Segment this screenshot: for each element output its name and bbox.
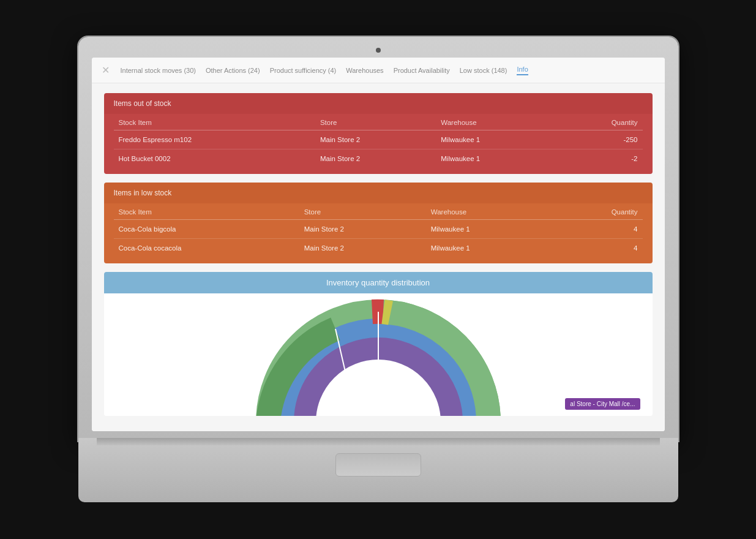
oos-quantity-1: -2 <box>555 149 643 168</box>
laptop-trackpad-area <box>78 445 678 479</box>
low-stock-table-container: Stock Item Store Warehouse Quantity Coca… <box>104 203 653 263</box>
ls-item-1: Coca-Cola cocacola <box>114 239 299 258</box>
col-store-2: Store <box>299 203 426 220</box>
nav-item-warehouses[interactable]: Warehouses <box>346 67 383 74</box>
laptop-wrapper: ✕ Internal stock moves (30)Other Actions… <box>78 37 678 502</box>
col-stock-item-1: Stock Item <box>114 114 315 130</box>
main-content[interactable]: Items out of stock Stock Item Store Ware… <box>92 83 665 431</box>
close-button[interactable]: ✕ <box>99 64 112 77</box>
oos-item-0: Freddo Espresso m102 <box>114 130 315 149</box>
ls-warehouse-1: Milwaukee 1 <box>426 239 551 258</box>
ls-item-0: Coca-Cola bigcola <box>114 220 299 239</box>
ls-warehouse-0: Milwaukee 1 <box>426 220 551 239</box>
laptop-camera <box>376 48 381 53</box>
nav-item-product-availability[interactable]: Product Availability <box>394 67 450 74</box>
laptop-base <box>78 438 678 502</box>
out-of-stock-section: Items out of stock Stock Item Store Ware… <box>104 93 653 174</box>
col-quantity-1: Quantity <box>555 114 643 130</box>
oos-warehouse-1: Milwaukee 1 <box>436 149 555 168</box>
chart-header: Inventory quantity distribution <box>104 272 653 293</box>
out-of-stock-row-0: Freddo Espresso m102 Main Store 2 Milwau… <box>114 130 643 149</box>
nav-items: Internal stock moves (30)Other Actions (… <box>121 66 528 75</box>
col-warehouse-1: Warehouse <box>436 114 555 130</box>
nav-item-other-actions-(24)[interactable]: Other Actions (24) <box>206 67 260 74</box>
low-stock-header-row: Stock Item Store Warehouse Quantity <box>114 203 643 220</box>
oos-store-0: Main Store 2 <box>315 130 436 149</box>
col-quantity-2: Quantity <box>551 203 643 220</box>
nav-item-info[interactable]: Info <box>517 66 528 75</box>
ls-store-0: Main Store 2 <box>299 220 426 239</box>
nav-item-low-stock-(148)[interactable]: Low stock (148) <box>460 67 507 74</box>
top-nav: ✕ Internal stock moves (30)Other Actions… <box>92 58 665 83</box>
low-stock-header: Items in low stock <box>104 183 653 203</box>
out-of-stock-row-1: Hot Bucket 0002 Main Store 2 Milwaukee 1… <box>114 149 643 168</box>
laptop-trackpad <box>335 453 421 477</box>
oos-quantity-0: -250 <box>555 130 643 149</box>
chart-body: al Store - City Mall /ce... <box>104 293 653 416</box>
out-of-stock-table-container: Stock Item Store Warehouse Quantity Fred… <box>104 114 653 174</box>
chart-tooltip: al Store - City Mall /ce... <box>565 398 640 410</box>
out-of-stock-header-row: Stock Item Store Warehouse Quantity <box>114 114 643 130</box>
col-stock-item-2: Stock Item <box>114 203 299 220</box>
ls-quantity-1: 4 <box>551 239 643 258</box>
out-of-stock-header: Items out of stock <box>104 93 653 114</box>
ls-store-1: Main Store 2 <box>299 239 426 258</box>
low-stock-table: Stock Item Store Warehouse Quantity Coca… <box>114 203 643 257</box>
screen-content: ✕ Internal stock moves (30)Other Actions… <box>92 58 665 431</box>
col-store-1: Store <box>315 114 436 130</box>
laptop-hinge <box>97 438 660 445</box>
nav-item-internal-stock-moves-(30)[interactable]: Internal stock moves (30) <box>121 67 196 74</box>
laptop-screen-bezel: ✕ Internal stock moves (30)Other Actions… <box>78 37 678 441</box>
oos-store-1: Main Store 2 <box>315 149 436 168</box>
ls-quantity-0: 4 <box>551 220 643 239</box>
chart-section: Inventory quantity distribution <box>104 272 653 416</box>
col-warehouse-2: Warehouse <box>426 203 551 220</box>
low-stock-row-0: Coca-Cola bigcola Main Store 2 Milwaukee… <box>114 220 643 239</box>
low-stock-row-1: Coca-Cola cocacola Main Store 2 Milwauke… <box>114 239 643 258</box>
oos-warehouse-0: Milwaukee 1 <box>436 130 555 149</box>
app-container: ✕ Internal stock moves (30)Other Actions… <box>92 58 665 431</box>
oos-item-1: Hot Bucket 0002 <box>114 149 315 168</box>
donut-chart <box>250 293 507 416</box>
low-stock-section: Items in low stock Stock Item Store Ware… <box>104 183 653 263</box>
out-of-stock-table: Stock Item Store Warehouse Quantity Fred… <box>114 114 643 168</box>
nav-item-product-sufficiency-(4)[interactable]: Product sufficiency (4) <box>270 67 337 74</box>
